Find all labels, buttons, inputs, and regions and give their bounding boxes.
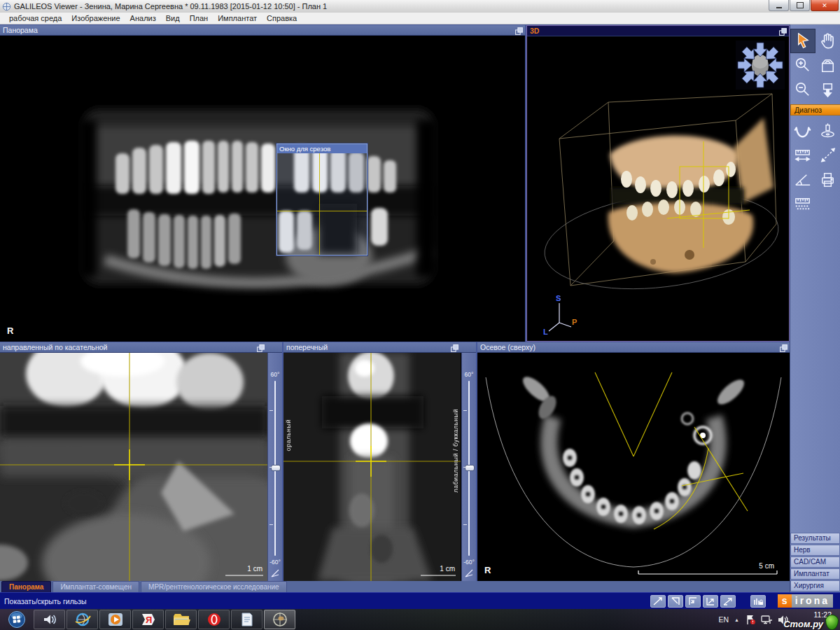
slider-track[interactable] bbox=[468, 381, 470, 556]
cross-angle-slider[interactable]: 60° -60° bbox=[461, 353, 476, 581]
tool-scale-button[interactable] bbox=[790, 192, 815, 216]
tangential-panel-title: направленный по касательной bbox=[3, 343, 107, 351]
tool-import-button[interactable] bbox=[816, 53, 840, 78]
implant-button[interactable]: Имплантат bbox=[790, 568, 840, 580]
slice-window-overlay[interactable]: Окно для срезов bbox=[276, 144, 368, 255]
expand-panel-icon[interactable] bbox=[256, 344, 265, 352]
expand-panel-icon[interactable] bbox=[450, 344, 459, 352]
slider-track[interactable] bbox=[274, 381, 276, 556]
cross-section-panel: поперечный bbox=[284, 342, 476, 581]
taskbar-galileos-viewer[interactable] bbox=[264, 610, 295, 629]
menu-image[interactable]: Изображение bbox=[66, 14, 125, 22]
tangential-scale-label: 1 cm bbox=[247, 565, 262, 573]
tool-arch-button[interactable] bbox=[790, 118, 816, 143]
maximize-button[interactable] bbox=[790, 0, 810, 11]
tool-print-button[interactable] bbox=[816, 167, 840, 192]
axial-slice-image[interactable] bbox=[477, 353, 790, 581]
slider-handle[interactable] bbox=[465, 465, 475, 471]
tray-expand-icon[interactable]: ▲ bbox=[734, 617, 739, 622]
nerve-button[interactable]: Нерв bbox=[790, 545, 840, 556]
3d-view: S P L bbox=[527, 36, 789, 341]
close-button[interactable]: ✕ bbox=[811, 0, 839, 11]
cross-section-view: оральный лабиальный / буккальный 1 cm 60… bbox=[284, 353, 476, 581]
scale-ruler-icon bbox=[792, 193, 813, 215]
angle-max-label: 60° bbox=[462, 371, 476, 378]
slice-window-title[interactable]: Окно для срезов bbox=[277, 144, 367, 153]
tab-panorama[interactable]: Панорама bbox=[1, 581, 51, 592]
cross-section-image[interactable] bbox=[284, 353, 461, 581]
zoom-out-icon bbox=[792, 79, 813, 101]
windows-taskbar: Я bbox=[0, 609, 840, 630]
distance-measure-icon bbox=[792, 144, 813, 166]
curve-measure-icon bbox=[817, 144, 839, 166]
head-orientation-widget[interactable] bbox=[736, 41, 785, 90]
minimize-button[interactable] bbox=[769, 0, 789, 11]
import-box-icon bbox=[817, 55, 839, 76]
taskbar-file-explorer[interactable] bbox=[165, 610, 197, 629]
tangential-angle-slider[interactable]: 60° -60° bbox=[267, 353, 282, 581]
tool-curve-measure-button[interactable] bbox=[816, 143, 840, 167]
language-indicator[interactable]: EN bbox=[718, 615, 729, 624]
tool-cursor-button[interactable] bbox=[790, 29, 816, 53]
taskbar-volume-mixer[interactable] bbox=[34, 610, 65, 629]
implant-lock-button[interactable] bbox=[750, 595, 766, 608]
cadcam-button[interactable]: CAD/CAM bbox=[790, 556, 840, 568]
taskbar-yandex-browser[interactable]: Я bbox=[132, 610, 164, 629]
diagnosis-button[interactable]: Диагноз bbox=[790, 104, 840, 115]
slice-crosshair-horizontal[interactable] bbox=[277, 211, 367, 211]
window-title: GALILEOS Viewer - Зенина, Марина Сергеев… bbox=[14, 2, 327, 10]
cross-section-panel-title: поперечный bbox=[286, 343, 328, 351]
menu-workspace[interactable]: рабочая среда bbox=[4, 14, 66, 22]
taskbar-media-player[interactable] bbox=[99, 610, 131, 629]
panorama-xray-image[interactable] bbox=[0, 36, 525, 342]
svg-text:Я: Я bbox=[146, 615, 152, 625]
site-watermark: Стом.ру bbox=[783, 619, 823, 629]
tool-export-button[interactable] bbox=[816, 78, 840, 102]
slice-crosshair-vertical[interactable] bbox=[319, 153, 320, 255]
tool-zoom-out-button[interactable] bbox=[790, 78, 816, 102]
slider-handle[interactable] bbox=[271, 465, 281, 471]
tool-zoom-in-button[interactable] bbox=[790, 53, 816, 78]
menu-analysis[interactable]: Анализ bbox=[125, 14, 161, 22]
view-layout-4-button[interactable] bbox=[703, 595, 718, 608]
minimize-icon bbox=[776, 7, 782, 8]
menu-view[interactable]: Вид bbox=[161, 14, 185, 22]
view-layout-1-button[interactable] bbox=[650, 595, 666, 608]
panorama-panel-title: Панорама bbox=[3, 26, 38, 34]
view-layout-3-button[interactable] bbox=[685, 595, 701, 608]
menu-plan[interactable]: План bbox=[185, 14, 214, 22]
tool-pan-button[interactable] bbox=[816, 29, 840, 53]
tool-registration-button[interactable] bbox=[816, 118, 840, 143]
sirona-logo-s: s bbox=[778, 594, 792, 608]
panorama-panel-header: Панорама bbox=[0, 25, 525, 36]
expand-panel-icon[interactable] bbox=[778, 27, 788, 36]
network-icon[interactable] bbox=[761, 615, 773, 625]
results-button[interactable]: Результаты bbox=[790, 533, 840, 544]
taskbar-notes-app[interactable] bbox=[231, 610, 262, 629]
expand-panel-icon[interactable] bbox=[779, 344, 788, 352]
tool-distance-button[interactable] bbox=[790, 143, 816, 167]
cross-section-panel-header: поперечный bbox=[284, 342, 476, 353]
tab-implant-aligned[interactable]: Имплантат-совмещен bbox=[52, 581, 139, 592]
action-center-flag-icon[interactable] bbox=[745, 614, 756, 625]
axial-panel-title: Осевое (сверху) bbox=[480, 343, 536, 351]
speaker-app-icon bbox=[42, 612, 57, 626]
dental-arch-icon bbox=[792, 120, 813, 141]
clock-area[interactable]: 11:22 Стом.ру bbox=[794, 609, 839, 630]
taskbar-opera[interactable] bbox=[198, 610, 230, 629]
head-orientation-arrows-icon bbox=[736, 41, 785, 90]
axial-scale-label: 5 cm bbox=[759, 562, 774, 570]
tool-angle-button[interactable] bbox=[790, 167, 816, 192]
orientation-label-r: R bbox=[7, 326, 13, 336]
tangential-slice-image[interactable] bbox=[0, 353, 268, 581]
view-layout-5-button[interactable] bbox=[720, 595, 736, 608]
menu-implant[interactable]: Имплантат bbox=[213, 14, 262, 22]
start-button[interactable] bbox=[1, 610, 32, 629]
taskbar-internet-explorer[interactable] bbox=[66, 610, 98, 629]
panorama-panel: Панорама bbox=[0, 25, 525, 342]
surgery-button[interactable]: Хирургия bbox=[790, 580, 840, 592]
tab-mpr-radiology[interactable]: MPR/рентгенологическое исследование bbox=[141, 581, 287, 592]
expand-panel-icon[interactable] bbox=[514, 27, 524, 35]
view-layout-2-button[interactable] bbox=[668, 595, 683, 608]
menu-help[interactable]: Справка bbox=[262, 14, 302, 22]
